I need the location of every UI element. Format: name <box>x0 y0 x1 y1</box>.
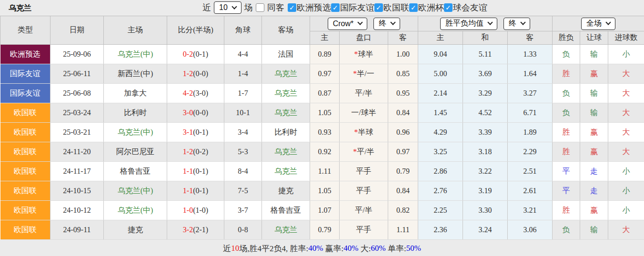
wdl-average-select[interactable]: 胜平负均值 <box>440 18 497 30</box>
summary-segment-5: 40% <box>343 244 358 253</box>
handicap-odds-away: 0.84 <box>388 103 418 123</box>
result-wdl: 平 <box>553 162 580 181</box>
avg-win-odds: 5.00 <box>418 64 463 84</box>
result-handicap: 输 <box>580 220 608 240</box>
home-team: 比利时 <box>104 103 167 123</box>
handicap-odds-away: 1.11 <box>388 220 418 240</box>
avg-lose-odds: 3.27 <box>508 84 553 103</box>
table-row: 国际友谊25-06-11新西兰(中)1-2(0-0)1-4乌克兰0.97*半/一… <box>0 64 644 84</box>
home-team: 乌克兰(中) <box>104 181 167 201</box>
avg-win-odds: 2.86 <box>418 162 463 181</box>
away-team: 乌克兰 <box>262 84 310 103</box>
avg-lose-odds: 2.29 <box>508 142 553 162</box>
handicap-odds-home: 0.89 <box>310 45 340 64</box>
recent-label: 近 <box>202 2 211 13</box>
handicap-line: *球半 <box>340 45 388 64</box>
match-date: 24-10-12 <box>50 201 104 220</box>
handicap-line: 平手 <box>340 220 388 240</box>
handicap-odds-away: 0.97 <box>388 142 418 162</box>
sub-header-0: 主 <box>310 31 340 45</box>
table-row: 欧国联24-11-17格鲁吉亚1-1(0-1)8-4乌克兰1.11平手0.792… <box>0 162 644 181</box>
odds-time-select[interactable]: 终 <box>373 18 400 30</box>
filter-controls: 近 10 场 同客 ✓欧洲预选✓国际友谊✓欧国联✓欧洲杯✓球会友谊 <box>202 1 490 14</box>
col-header-corner: 角球 <box>224 16 262 45</box>
avg-lose-odds: 6.71 <box>508 103 553 123</box>
corner-score: 3-7 <box>224 201 262 220</box>
avg-win-odds: 4.29 <box>418 123 463 142</box>
away-team: 乌克兰 <box>262 142 310 162</box>
score: 1-1(0-1) <box>167 162 224 181</box>
match-date: 24-11-20 <box>50 142 104 162</box>
table-row: 欧国联25-03-24比利时3-0(0-0)10-1乌克兰1.05一/球半0.8… <box>0 103 644 123</box>
result-wdl: 负 <box>553 103 580 123</box>
result-goals: 大 <box>608 220 644 240</box>
match-type: 欧洲预选 <box>0 45 50 64</box>
table-row: 欧国联24-09-11捷克3-2(2-1)0-8乌克兰0.79平手1.112.3… <box>0 220 644 240</box>
score: 1-2(0-0) <box>167 64 224 84</box>
col-header-home: 主场 <box>104 16 167 45</box>
score: 3-0(0-0) <box>167 103 224 123</box>
table-row: 欧国联24-11-20阿尔巴尼亚1-2(0-2)5-3乌克兰0.92*平/半0.… <box>0 142 644 162</box>
sub-header-6: 胜负 <box>553 31 580 45</box>
result-wdl: 负 <box>553 45 580 64</box>
page-title: 乌克兰 <box>9 3 31 13</box>
wdl-time-select[interactable]: 终 <box>503 18 530 30</box>
handicap-odds-home: 1.11 <box>310 162 340 181</box>
result-goals: 大 <box>608 84 644 103</box>
chevron-down-icon <box>391 20 396 25</box>
match-type: 欧国联 <box>0 142 50 162</box>
avg-lose-odds: 3.06 <box>508 220 553 240</box>
match-date: 25-06-11 <box>50 64 104 84</box>
filter-checkbox-2[interactable]: ✓ <box>374 3 383 12</box>
match-type: 欧国联 <box>0 162 50 181</box>
filter-checkbox-4[interactable]: ✓ <box>444 3 453 12</box>
handicap-odds-home: 0.79 <box>310 220 340 240</box>
handicap-line: 平/半 <box>340 84 388 103</box>
odds-company-select[interactable]: Crow* <box>328 18 368 30</box>
result-goals: 小 <box>608 162 644 181</box>
handicap-odds-home: 0.93 <box>310 123 340 142</box>
avg-win-odds: 3.25 <box>418 142 463 162</box>
filter-label-4: 球会友谊 <box>453 2 487 13</box>
same-away-label: 同客 <box>267 2 284 13</box>
summary-segment-9: 50% <box>406 244 421 253</box>
filter-checkbox-0[interactable]: ✓ <box>288 3 296 12</box>
result-handicap: 走 <box>580 181 608 201</box>
matches-table: 类型 日期 主场 比分(半场) 角球 客场 Crow* 终 胜平负均值 终 全场 <box>0 16 644 240</box>
result-wdl: 胜 <box>553 201 580 220</box>
avg-draw-odds: 3.24 <box>463 220 508 240</box>
avg-draw-odds: 3.22 <box>463 162 508 181</box>
match-type: 欧国联 <box>0 103 50 123</box>
handicap-odds-home: 1.05 <box>310 103 340 123</box>
period-select[interactable]: 全场 <box>581 18 615 30</box>
handicap-odds-away: 0.84 <box>388 181 418 201</box>
score: 1-2(0-2) <box>167 142 224 162</box>
match-type: 欧国联 <box>0 123 50 142</box>
sub-header-2: 客 <box>388 31 418 45</box>
result-goals: 大 <box>608 142 644 162</box>
col-header-date: 日期 <box>50 16 104 45</box>
filter-checkbox-1[interactable]: ✓ <box>331 3 340 12</box>
filter-label-3: 欧洲杯 <box>418 2 444 13</box>
corner-score: 3-4 <box>224 123 262 142</box>
sub-header-7: 让球 <box>580 31 608 45</box>
home-team: 格鲁吉亚 <box>104 162 167 181</box>
result-goals: 小 <box>608 45 644 64</box>
corner-score: 1-4 <box>224 64 262 84</box>
same-away-checkbox[interactable] <box>256 3 264 12</box>
sub-header-3: 主 <box>418 31 463 45</box>
handicap-odds-home: 0.92 <box>310 142 340 162</box>
handicap-line: 平手 <box>340 162 388 181</box>
home-team: 捷克 <box>104 220 167 240</box>
col-header-away: 客场 <box>262 16 310 45</box>
match-date: 24-09-11 <box>50 220 104 240</box>
filter-checkbox-3[interactable]: ✓ <box>409 3 418 12</box>
corner-score: 10-1 <box>224 103 262 123</box>
sub-header-8: 进球数 <box>608 31 644 45</box>
recent-count-select[interactable]: 10 <box>214 1 242 14</box>
avg-draw-odds: 4.52 <box>463 103 508 123</box>
match-type: 国际友谊 <box>0 84 50 103</box>
summary-segment-2: 场,胜4平2负4, 胜率: <box>239 243 308 254</box>
match-type: 国际友谊 <box>0 64 50 84</box>
summary-segment-8: 单率: <box>386 243 406 254</box>
